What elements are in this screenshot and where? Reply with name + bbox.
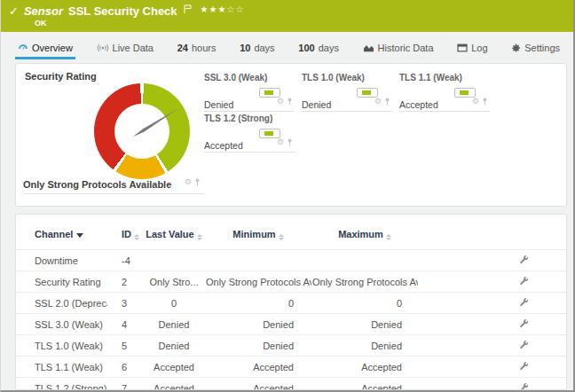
cell-minimum: Accepted [205,357,311,378]
star-filled-icon[interactable]: ★ [201,4,209,14]
cell-id: 4 [107,314,143,335]
channel-settings-wrench-icon[interactable] [519,276,529,286]
tab-log[interactable]: Log [454,41,490,59]
tab-live-data[interactable]: Live Data [94,41,156,59]
tab-number: 10 [240,43,250,53]
channel-settings-wrench-icon[interactable] [519,297,529,307]
cell-last-value [143,250,205,271]
pin-icon[interactable] [482,93,488,109]
channel-settings-wrench-icon[interactable] [519,255,529,264]
tab-label: Log [471,43,487,53]
gear-icon[interactable]: ⚙ [472,98,479,106]
cell-minimum [205,250,311,271]
gauge-status-text: Only Strong Protocols Available [23,179,171,190]
security-rating-gauge [94,83,190,179]
channel-widget-ssl-3-0-weak: SSL 3.0 (Weak)Denied⚙ [204,73,295,112]
column-header-id[interactable]: ID [107,223,143,250]
tab-number: 24 [177,43,188,53]
gear-icon[interactable]: ⚙ [277,138,284,146]
status-check-icon: ✓ [9,4,19,18]
column-header-channel[interactable]: Channel [16,223,107,250]
channel-settings-wrench-icon[interactable] [519,382,529,390]
widget-value: Denied [204,99,233,111]
gear-icon[interactable]: ⚙ [185,178,192,186]
column-header-maximum[interactable]: Maximum [311,223,418,250]
table-row: SSL 3.0 (Weak)4DeniedDeniedDenied [16,314,566,335]
tab-label: Settings [524,43,560,53]
tab-label: Historic Data [378,43,434,53]
cell-maximum: Only Strong Protocols Available [311,271,418,293]
star-filled-icon[interactable]: ★ [209,4,218,14]
widget-value: Denied [302,99,331,111]
column-header-last-value[interactable]: Last Value [143,223,205,250]
star-empty-icon[interactable]: ☆ [235,4,244,14]
channels-table: Channel ID Last Value Minimum Maximum [16,223,566,390]
sort-icon [197,234,202,240]
pin-icon[interactable] [194,174,201,190]
table-row: TLS 1.0 (Weak)5DeniedDeniedDenied [16,335,566,357]
tab-overview[interactable]: Overview [15,41,75,59]
table-row: SSL 2.0 (Deprecated)3000 [16,293,566,314]
cell-channel[interactable]: Downtime [16,250,107,271]
page-title: SSL Security Check [68,4,177,18]
table-row: TLS 1.1 (Weak)6AcceptedAcceptedAccepted [16,357,566,378]
widget-title: SSL 3.0 (Weak) [204,73,295,83]
sensor-page: ✓ Sensor SSL Security Check ★★★☆☆ OK Ove… [0,0,575,392]
cell-last-value: Denied [143,335,205,357]
cell-id: 3 [107,293,143,314]
overview-gauge-panel: Security Rating SSL 3.0 (Weak)Denied⚙TLS… [15,63,567,207]
table-row: Downtime-4 [16,250,566,271]
tab-settings[interactable]: Settings [508,41,563,59]
channel-settings-wrench-icon[interactable] [519,361,529,371]
tab-historic-data[interactable]: Historic Data [360,41,437,59]
gauge-panel-title: Security Rating [25,71,97,82]
settings-icon [511,43,521,53]
column-header-minimum[interactable]: Minimum [205,223,311,250]
cell-minimum: Denied [205,335,311,357]
channel-settings-wrench-icon[interactable] [519,318,529,328]
sort-desc-icon [76,233,83,238]
sort-icon [386,234,391,240]
cell-last-value: Accepted [143,357,205,378]
sort-icon [134,234,139,240]
sensor-header: ✓ Sensor SSL Security Check ★★★☆☆ OK [1,0,573,32]
gear-icon[interactable]: ⚙ [277,98,284,106]
widget-value: Accepted [204,140,243,152]
cell-minimum: Denied [205,314,311,335]
widget-title: TLS 1.1 (Weak) [399,73,490,83]
channel-widget-tls-1-2-strong: TLS 1.2 (Strong)Accepted⚙ [204,114,295,153]
channel-settings-wrench-icon[interactable] [519,340,529,349]
gear-icon[interactable]: ⚙ [374,98,382,106]
cell-maximum: Accepted [311,357,418,378]
cell-channel[interactable]: Security Rating [16,271,107,293]
cell-id: -4 [107,250,143,271]
cell-maximum: Denied [311,335,418,357]
tab-label: days [319,43,339,53]
cell-maximum: 0 [311,293,418,314]
cell-id: 2 [107,271,143,293]
live-data-icon [97,43,109,52]
widget-title: TLS 1.0 (Weak) [302,73,392,83]
cell-maximum [311,250,418,271]
gauge-icon [18,43,28,52]
pin-icon[interactable] [287,134,293,150]
cell-id: 6 [107,357,143,378]
status-badge: OK [35,19,564,27]
sensor-label: Sensor [24,4,63,18]
pin-icon[interactable] [287,93,293,109]
cell-maximum: Denied [311,314,418,335]
cell-channel[interactable]: TLS 1.1 (Weak) [16,357,107,378]
cell-channel[interactable]: TLS 1.2 (Strong) [16,378,107,391]
tab-10-days[interactable]: 10days [237,41,278,59]
tab-label: Live Data [113,43,154,53]
star-filled-icon[interactable]: ★ [218,4,227,14]
tab-100-days[interactable]: 100days [295,41,342,59]
cell-channel[interactable]: TLS 1.0 (Weak) [16,335,107,357]
flag-icon[interactable] [184,2,192,15]
cell-channel[interactable]: SSL 3.0 (Weak) [16,314,107,335]
cell-channel[interactable]: SSL 2.0 (Deprecated) [16,293,107,314]
tab-24-hours[interactable]: 24hours [175,41,219,59]
priority-stars[interactable]: ★★★☆☆ [201,3,245,16]
pin-icon[interactable] [384,93,390,109]
star-empty-icon[interactable]: ☆ [226,4,235,14]
